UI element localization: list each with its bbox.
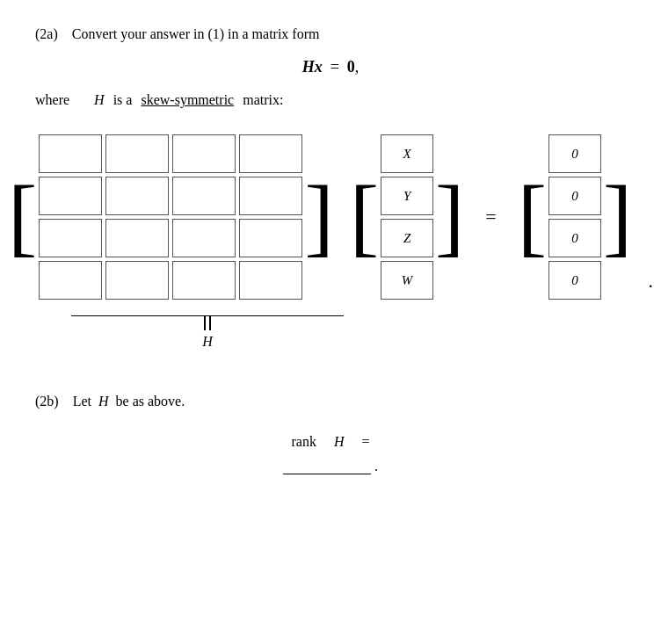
rank-prefix: rank [291, 434, 316, 450]
list-item: 0 [548, 177, 601, 215]
bracket-right-x: ] [435, 134, 464, 300]
bracket-left-h: [ [8, 134, 37, 300]
problem-2a-description: Convert your answer in (1) in a matrix f… [72, 26, 320, 42]
matrix-text: matrix: [243, 92, 283, 108]
where-text: where [35, 92, 69, 108]
equation-hx-zero: Hx = 0, [35, 58, 626, 76]
equation-text: Hx = 0, [302, 58, 360, 76]
problem-2a-label: (2a) [35, 26, 58, 42]
h-matrix-grid [39, 134, 302, 300]
problem-2b-header: (2b) Let H be as above. [35, 394, 626, 409]
x-bold: x [315, 58, 323, 76]
table-row[interactable] [239, 219, 302, 257]
is-a-text: is a [113, 92, 133, 108]
list-item: 0 [548, 134, 601, 173]
answer-underline [283, 459, 371, 474]
tick-right [209, 316, 211, 330]
table-row[interactable] [239, 177, 302, 215]
problem-2a-header: (2a) Convert your answer in (1) in a mat… [35, 26, 626, 42]
table-row[interactable] [239, 261, 302, 300]
h-label-area: H [0, 308, 626, 350]
skew-symmetric-text: skew-symmetric [141, 92, 234, 108]
answer-dot: . [374, 459, 378, 474]
table-row[interactable] [39, 261, 102, 300]
H-italic: H [302, 58, 315, 76]
problem-2b-label: (2b) [35, 394, 59, 409]
zero-vector-wrap: [ 0 0 0 0 ] [518, 134, 633, 300]
list-item: X [381, 134, 433, 173]
list-item: Z [381, 219, 433, 257]
table-row[interactable] [105, 134, 169, 173]
table-row[interactable] [172, 219, 236, 257]
list-item: Y [381, 177, 433, 215]
underbrace-tick [204, 316, 211, 330]
bracket-left-x: [ [350, 134, 379, 300]
list-item: 0 [548, 219, 601, 257]
equals-sign: = [485, 206, 496, 228]
table-row[interactable] [172, 261, 236, 300]
bracket-left-zero: [ [518, 134, 547, 300]
list-item: 0 [548, 261, 601, 300]
table-row[interactable] [172, 177, 236, 215]
h-underbrace: H [71, 315, 344, 350]
list-item: W [381, 261, 433, 300]
rank-answer-line: . [35, 459, 626, 474]
bracket-right-zero: ] [603, 134, 632, 300]
rank-equation: rank H = [35, 434, 626, 450]
h-reference: H [94, 92, 105, 108]
table-row[interactable] [172, 134, 236, 173]
rank-equals: = [361, 434, 369, 450]
bracket-right-h: ] [304, 134, 333, 300]
table-row[interactable] [105, 219, 169, 257]
table-row[interactable] [39, 177, 102, 215]
rank-h: H [334, 434, 345, 450]
x-vector-grid: X Y Z W [381, 134, 433, 300]
table-row[interactable] [105, 177, 169, 215]
h-matrix-label: H [202, 334, 213, 350]
table-row[interactable] [105, 261, 169, 300]
matrix-equation: [ ] [ X Y [35, 134, 626, 300]
problem-2b-section: (2b) Let H be as above. rank H = . [35, 394, 626, 474]
table-row[interactable] [239, 134, 302, 173]
tick-left [204, 316, 206, 330]
zero-vector-grid: 0 0 0 0 [548, 134, 601, 300]
table-row[interactable] [39, 219, 102, 257]
equation-dot: . [648, 270, 653, 293]
table-row[interactable] [39, 134, 102, 173]
h-matrix-wrap: [ ] [8, 134, 334, 300]
x-vector-wrap: [ X Y Z W ] [350, 134, 465, 300]
where-line: where H is a skew-symmetric matrix: [35, 92, 626, 108]
problem-2b-text: Let H be as above. [73, 394, 185, 409]
